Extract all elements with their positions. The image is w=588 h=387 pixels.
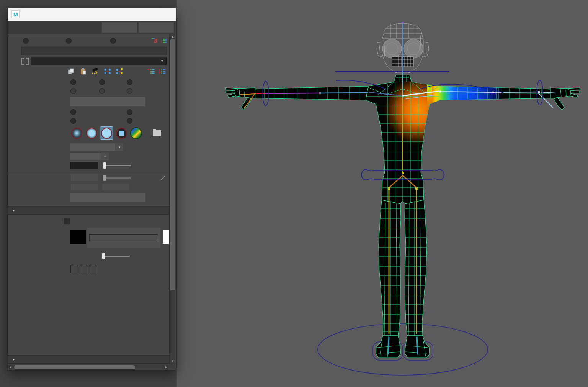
sort-by-hierarchy-option[interactable] <box>66 38 110 44</box>
chevron-down-icon[interactable]: ▼ <box>115 143 123 151</box>
flood-button[interactable] <box>70 193 145 202</box>
search-dropdown-arrow-icon[interactable]: ▼ <box>160 59 164 63</box>
radio-icon[interactable] <box>70 118 76 124</box>
search-input[interactable] <box>33 58 160 64</box>
horizontal-scrollbar[interactable]: ◄ ► <box>8 364 176 370</box>
copy-weights-icon[interactable] <box>67 68 75 75</box>
folder-icon[interactable] <box>153 130 161 136</box>
collapse-arrow-icon[interactable]: ▼ <box>12 358 15 361</box>
chevron-down-icon[interactable]: ▼ <box>101 153 109 160</box>
section-divider <box>8 172 176 172</box>
radio-icon <box>70 88 76 94</box>
stroke-section-header[interactable]: ▼ <box>8 355 176 364</box>
titlebar[interactable]: M <box>8 8 176 21</box>
paint-operation-row-1 <box>11 108 167 116</box>
influences-toolbar <box>67 68 167 75</box>
ramp-gradient-bar[interactable] <box>89 234 158 241</box>
tool-help-button[interactable] <box>139 22 174 33</box>
normalize-weights-dropdown[interactable]: ▼ <box>70 153 109 160</box>
solid-brush-icon[interactable] <box>100 127 113 139</box>
paint-op-replace-option[interactable] <box>70 109 127 115</box>
preset-black-red-yellow[interactable] <box>70 265 78 273</box>
select-by-name-icon[interactable] <box>21 58 29 64</box>
opacity-slider[interactable] <box>103 162 131 169</box>
opacity-row <box>11 162 167 169</box>
prune-weights-icon[interactable] <box>91 68 100 75</box>
radio-icon[interactable] <box>23 38 29 44</box>
tool-options-panel: ↺ ↓ ▼ <box>8 34 176 364</box>
sort-alphabetically-option[interactable] <box>23 38 66 44</box>
influence-list-left-icon[interactable] <box>147 68 155 75</box>
maya-logo-icon: M <box>11 10 20 18</box>
square-brush-icon[interactable] <box>115 127 128 139</box>
vertical-scrollbar[interactable]: ▲ ▼ <box>169 34 176 364</box>
scroll-right-arrow-icon[interactable]: ► <box>163 364 169 370</box>
weight-color-row <box>11 228 167 248</box>
mode-paint-option[interactable] <box>70 79 99 85</box>
radio-icon[interactable] <box>99 79 105 85</box>
mode-paint-select-option[interactable] <box>127 79 165 85</box>
ramp-delete-handles[interactable] <box>88 242 159 247</box>
gaussian-brush-icon[interactable] <box>70 127 83 139</box>
paste-weights-icon[interactable] <box>79 68 87 75</box>
scrollbar-thumb[interactable] <box>170 39 175 290</box>
paint-select-toggle-option <box>127 88 165 94</box>
radio-icon[interactable] <box>127 118 132 124</box>
radio-icon <box>127 88 132 94</box>
mode-select-option[interactable] <box>99 79 127 85</box>
minimize-button[interactable] <box>122 10 137 20</box>
slider-handle[interactable] <box>103 162 106 169</box>
close-button[interactable] <box>159 10 174 20</box>
move-weights-alt-icon[interactable] <box>116 68 123 75</box>
image-brush-icon[interactable] <box>130 127 142 139</box>
ramp-start-color-swatch[interactable] <box>70 230 86 244</box>
select-geometry-button[interactable] <box>70 97 145 106</box>
collapse-arrow-icon[interactable]: ▼ <box>12 209 15 212</box>
selected-color-slider[interactable] <box>102 253 130 259</box>
normalize-weights-row: ▼ <box>11 153 167 160</box>
use-color-ramp-checkbox[interactable] <box>64 218 70 224</box>
scroll-down-arrow-icon[interactable]: ▼ <box>170 359 176 364</box>
weight-type-row: ▼ <box>11 143 167 151</box>
tool-settings-window: M ↺ <box>7 8 176 371</box>
paint-operation-row-2 <box>11 117 167 125</box>
refresh-icon[interactable]: ↺ <box>153 38 158 44</box>
scroll-up-arrow-icon[interactable]: ▲ <box>170 34 176 39</box>
search-field[interactable]: ▼ <box>31 57 167 65</box>
use-color-ramp-row <box>11 217 167 225</box>
paint-op-smooth-option[interactable] <box>127 118 155 124</box>
radio-icon[interactable] <box>127 109 132 115</box>
maximize-button[interactable] <box>140 10 156 20</box>
selected-color-swatch[interactable] <box>70 253 97 258</box>
gradient-section-header[interactable]: ▼ <box>8 206 176 215</box>
radio-icon[interactable] <box>110 38 116 44</box>
weight-type-dropdown[interactable]: ▼ <box>70 143 123 151</box>
value-row <box>11 174 167 182</box>
scrollbar-thumb[interactable] <box>14 365 136 370</box>
pencil-icon <box>160 174 167 181</box>
radio-icon[interactable] <box>70 79 76 85</box>
value-input <box>70 174 98 182</box>
radio-icon[interactable] <box>127 79 132 85</box>
radio-icon[interactable] <box>70 109 76 115</box>
max-value-input <box>102 183 130 191</box>
paint-op-scale-option[interactable] <box>70 118 127 124</box>
radio-icon[interactable] <box>66 38 72 44</box>
color-ramp-widget[interactable] <box>87 228 160 248</box>
move-weights-icon[interactable] <box>104 68 111 75</box>
mode-row <box>11 79 167 86</box>
soft-brush-icon[interactable] <box>85 127 98 139</box>
color-presets-row <box>11 265 167 273</box>
influences-header <box>21 47 167 55</box>
slider-handle[interactable] <box>102 253 105 259</box>
scroll-left-arrow-icon[interactable]: ◄ <box>8 364 13 370</box>
influence-list-right-icon[interactable] <box>158 68 167 75</box>
paint-op-add-option[interactable] <box>127 109 155 115</box>
preset-grayscale[interactable] <box>89 265 96 273</box>
opacity-input[interactable] <box>70 162 98 169</box>
reset-tool-button[interactable] <box>102 22 137 33</box>
preset-rainbow[interactable] <box>80 265 87 273</box>
ramp-stop-handles[interactable] <box>88 229 159 234</box>
sort-flat-option[interactable] <box>110 38 132 44</box>
sort-order-icon[interactable]: ↓ <box>160 38 167 44</box>
